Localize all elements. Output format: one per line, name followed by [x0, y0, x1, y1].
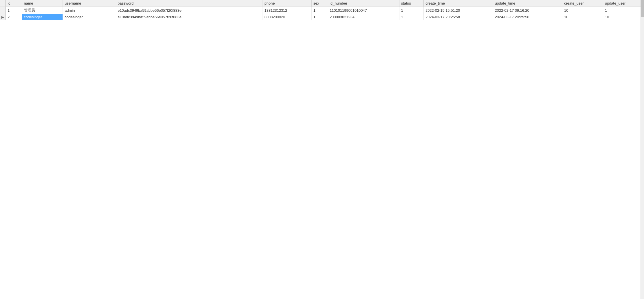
cell-create_user-row1[interactable]: 10 — [562, 14, 603, 20]
cell-update_time-row0[interactable]: 2022-02-17 09:16:20 — [493, 7, 562, 14]
cell-create_time-row0[interactable]: 2022-02-15 15:51:20 — [424, 7, 493, 14]
cell-update_time-row1[interactable]: 2024-03-17 20:25:58 — [493, 14, 562, 20]
cell-phone-row0[interactable]: 13812312312 — [263, 7, 311, 14]
cell-phone-row1[interactable]: 8008200820 — [263, 14, 311, 20]
col-header-phone[interactable]: phone — [263, 0, 311, 7]
cell-id_number-row0[interactable]: 110101199001010047 — [328, 7, 399, 14]
data-table: idnameusernamepasswordphonesexid_numbers… — [0, 0, 644, 20]
table-body: 1管理员admine10adc3949ba59abbe56e057f20f883… — [0, 7, 644, 20]
col-header-update_time[interactable]: update_time — [493, 0, 562, 7]
col-header-status[interactable]: status — [399, 0, 424, 7]
col-header-name[interactable]: name — [22, 0, 63, 7]
cell-status-row0[interactable]: 1 — [399, 7, 424, 14]
col-header-id_number[interactable]: id_number — [328, 0, 399, 7]
cell-password-row0[interactable]: e10adc3949ba59abbe56e057f20f883e — [116, 7, 263, 14]
row-indicator-0 — [0, 7, 6, 14]
cell-create_user-row0[interactable]: 10 — [562, 7, 603, 14]
table-row[interactable]: ▶2codesingercodesingere10adc3949ba59abbe… — [0, 14, 644, 20]
cell-id-row0[interactable]: 1 — [6, 7, 22, 14]
cell-update_user-row1[interactable]: 10 — [603, 14, 644, 20]
cell-username-row1[interactable]: codesinger — [63, 14, 116, 20]
col-header-update_user[interactable]: update_user — [603, 0, 644, 7]
col-header-password[interactable]: password — [116, 0, 263, 7]
cell-id_number-row1[interactable]: 200003021234 — [328, 14, 399, 20]
col-header-username[interactable]: username — [63, 0, 116, 7]
row-indicator-header — [0, 0, 6, 7]
col-header-id[interactable]: id — [6, 0, 22, 7]
row-indicator-1: ▶ — [0, 14, 6, 20]
table-row[interactable]: 1管理员admine10adc3949ba59abbe56e057f20f883… — [0, 7, 644, 14]
col-header-sex[interactable]: sex — [311, 0, 328, 7]
cell-sex-row0[interactable]: 1 — [311, 7, 328, 14]
table-container: idnameusernamepasswordphonesexid_numbers… — [0, 0, 644, 299]
scrollbar-thumb[interactable] — [641, 0, 644, 17]
cell-name-row1[interactable]: codesinger — [22, 14, 63, 20]
cell-create_time-row1[interactable]: 2024-03-17 20:25:58 — [424, 14, 493, 20]
col-header-create_user[interactable]: create_user — [562, 0, 603, 7]
cell-name-row0[interactable]: 管理员 — [22, 7, 63, 14]
cell-update_user-row0[interactable]: 1 — [603, 7, 644, 14]
cell-username-row0[interactable]: admin — [63, 7, 116, 14]
cell-status-row1[interactable]: 1 — [399, 14, 424, 20]
cell-sex-row1[interactable]: 1 — [311, 14, 328, 20]
cell-id-row1[interactable]: 2 — [6, 14, 22, 20]
col-header-create_time[interactable]: create_time — [424, 0, 493, 7]
cell-password-row1[interactable]: e10adc3949ba59abbe56e057f20f883e — [116, 14, 263, 20]
table-header-row: idnameusernamepasswordphonesexid_numbers… — [0, 0, 644, 7]
scrollbar-track[interactable] — [641, 0, 644, 299]
